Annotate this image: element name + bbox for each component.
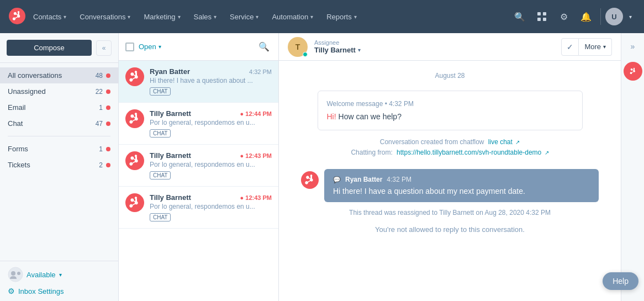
sidebar-item-unassigned[interactable]: Unassigned 22 (0, 83, 118, 99)
open-filter-button[interactable]: Open ▾ (139, 43, 161, 51)
sidebar-forms-count: 1 (99, 145, 103, 153)
help-label: Help (613, 277, 629, 286)
chatting-from-url[interactable]: https://hello.tillybarnett.com/svh-round… (397, 149, 548, 156)
nav-conversations-label: Conversations (80, 13, 125, 21)
available-status-button[interactable]: Available ▾ (8, 267, 110, 282)
unread-dot (106, 105, 110, 110)
conversation-item[interactable]: Tilly Barnett ● 12:43 PM Por lo general,… (119, 187, 278, 229)
sidebar-item-all-conversations[interactable]: All conversations 48 (0, 67, 118, 83)
message-sender: Ryan Batter (345, 176, 382, 183)
sidebar-item-forms[interactable]: Forms 1 (0, 141, 118, 157)
chatflow-link-label: live chat (488, 138, 513, 146)
chevron-down-icon: ▾ (59, 272, 62, 278)
sidebar-item-chat[interactable]: Chat 47 (0, 115, 118, 131)
user-avatar[interactable]: U (605, 8, 623, 25)
sidebar-footer: Available ▾ ⚙ Inbox Settings (0, 261, 118, 301)
chevron-down-icon: ▾ (603, 44, 606, 50)
sidebar-all-conversations-count: 48 (96, 72, 103, 80)
chatflow-text: Conversation created from chatflow (380, 138, 484, 146)
more-button[interactable]: More ▾ (579, 38, 612, 56)
chatting-from-url-text: https://hello.tillybarnett.com/svh-round… (397, 149, 541, 156)
svg-point-5 (8, 267, 23, 282)
chevron-down-icon: ▾ (256, 14, 258, 20)
chat-main: T Assignee Tilly Barnett ▾ ✓ More ▾ Augu (279, 33, 621, 301)
nav-item-contacts[interactable]: Contacts ▾ (28, 9, 72, 24)
conversation-preview: Por lo general, respondemos en u... (150, 161, 272, 168)
conversation-item[interactable]: Ryan Batter 4:32 PM Hi there! I have a q… (119, 61, 278, 103)
conversation-item[interactable]: Tilly Barnett ● 12:43 PM Por lo general,… (119, 145, 278, 187)
svg-point-12 (301, 171, 319, 189)
conversation-preview: Por lo general, respondemos en u... (150, 119, 272, 126)
sidebar-navigation: All conversations 48 Unassigned 22 Email… (0, 63, 118, 261)
unread-dot (106, 89, 110, 94)
chevron-down-icon: ▾ (128, 14, 130, 20)
chatflow-info: Conversation created from chatflow live … (301, 137, 599, 158)
unread-dot (106, 73, 110, 78)
gear-icon: ⚙ (8, 287, 15, 295)
inbox-settings-label: Inbox Settings (18, 287, 64, 295)
unread-dot (106, 163, 110, 167)
search-icon-button[interactable]: 🔍 (510, 7, 530, 27)
conversation-search-button[interactable]: 🔍 (256, 39, 272, 54)
svg-point-7 (17, 272, 20, 275)
hubspot-logo[interactable] (9, 8, 25, 26)
message-text: Hi there! I have a question about my nex… (333, 187, 590, 196)
user-message-avatar (301, 171, 319, 189)
nav-reports-label: Reports (326, 13, 352, 21)
conversation-time: 4:32 PM (249, 68, 272, 75)
chatflow-link[interactable]: live chat ↗ (488, 138, 520, 146)
hubspot-circle-icon[interactable] (624, 62, 642, 81)
conversation-item[interactable]: Tilly Barnett ● 12:44 PM Por lo general,… (119, 103, 278, 145)
conversation-contact-name: Ryan Batter (150, 67, 190, 76)
chat-badge: CHAT (150, 213, 171, 221)
sidebar-tickets-label: Tickets (8, 161, 99, 169)
nav-item-conversations[interactable]: Conversations ▾ (74, 9, 136, 24)
assignee-label: Assignee (314, 39, 361, 46)
sidebar-item-tickets[interactable]: Tickets 2 (0, 157, 118, 173)
conversation-preview: Hi there! I have a question about ... (150, 77, 272, 85)
nav-item-service[interactable]: Service ▾ (224, 9, 264, 24)
conversation-contact-name: Tilly Barnett (150, 109, 191, 118)
inbox-settings-link[interactable]: ⚙ Inbox Settings (8, 287, 110, 295)
compose-button[interactable]: Compose (7, 40, 92, 56)
chat-badge: CHAT (150, 87, 171, 96)
chevron-down-icon: ▾ (214, 14, 217, 20)
online-indicator (303, 52, 308, 57)
user-message-row: 💬 Ryan Batter 4:32 PM Hi there! I have a… (301, 169, 599, 202)
conversation-body: Tilly Barnett ● 12:43 PM Por lo general,… (150, 151, 272, 179)
chevron-down-icon: ▾ (310, 14, 313, 20)
sidebar-item-email[interactable]: Email 1 (0, 99, 118, 115)
chat-badge: CHAT (150, 129, 171, 138)
marketplace-icon-button[interactable] (532, 7, 552, 27)
collapse-sidebar-button[interactable]: « (96, 40, 112, 56)
sidebar-chat-count: 47 (96, 120, 103, 128)
chat-icon: 💬 (333, 176, 341, 183)
chatting-from-label: Chatting from: (351, 149, 392, 156)
conversation-preview: Por lo general, respondemos en u... (150, 203, 272, 210)
chevron-down-icon: ▾ (159, 44, 161, 50)
sidebar-email-label: Email (8, 103, 99, 112)
date-divider: August 28 (301, 72, 599, 80)
nav-contacts-label: Contacts (33, 13, 61, 21)
nav-item-reports[interactable]: Reports ▾ (321, 9, 362, 24)
conversation-list: Open ▾ 🔍 Ryan Batter 4:32 PM Hi there! I (119, 33, 279, 301)
unread-dot (106, 147, 110, 151)
nav-item-automation[interactable]: Automation ▾ (266, 9, 319, 24)
user-menu-chevron[interactable]: ▾ (625, 7, 635, 27)
check-button[interactable]: ✓ (561, 38, 579, 56)
notifications-icon-button[interactable]: 🔔 (576, 7, 596, 27)
nav-item-sales[interactable]: Sales ▾ (188, 9, 223, 24)
nav-sales-label: Sales (194, 13, 212, 21)
sidebar-forms-label: Forms (8, 145, 99, 153)
select-all-checkbox[interactable] (125, 43, 134, 51)
help-button[interactable]: Help (603, 272, 638, 290)
collapse-right-panel-button[interactable]: » (629, 40, 637, 53)
svg-point-0 (9, 8, 25, 24)
chat-body: August 28 Welcome message • 4:32 PM Hi! … (279, 61, 621, 301)
conversation-time: ● 12:43 PM (240, 194, 272, 201)
nav-item-marketing[interactable]: Marketing ▾ (138, 9, 186, 24)
settings-icon-button[interactable]: ⚙ (554, 7, 574, 27)
welcome-message-text: Hi! How can we help? (327, 112, 573, 121)
compose-area: Compose « (0, 33, 118, 63)
chevron-down-icon[interactable]: ▾ (358, 47, 361, 53)
